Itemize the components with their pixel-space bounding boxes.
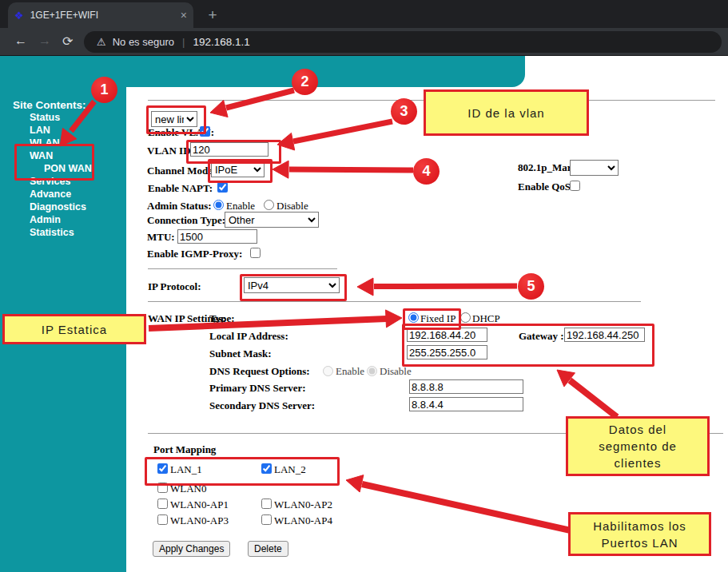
port-wlan0-ap1-checkbox[interactable] [157,499,168,509]
callout-1: 1 [91,77,117,103]
enable-qos-checkbox[interactable] [570,181,580,191]
note-client-segment: Datos del segmento de clientes [566,416,710,476]
port-lan1-checkbox[interactable] [157,463,168,474]
dns-enable-radio[interactable] [323,366,333,376]
sidebar-item-status[interactable]: Status [30,112,60,123]
gateway-input[interactable] [564,328,645,342]
admin-disable-radio[interactable] [264,200,274,210]
sidebar-item-wan[interactable]: WAN [30,150,53,161]
enable-igmp-label: Enable IGMP-Proxy: [147,248,242,260]
favicon-icon: ❖ [14,10,24,21]
url-separator: | [182,36,185,48]
admin-enable-radio[interactable] [213,200,224,210]
enable-qos-label: Enable QoS: [518,181,574,193]
reload-icon[interactable]: ⟳ [62,34,73,49]
new-tab-button[interactable]: + [201,4,224,26]
8021p-mark-label: 802.1p_Mark [518,161,578,174]
arrow-2-head [210,100,228,117]
primary-dns-input[interactable] [409,379,523,394]
arrow-segment-head [557,370,575,387]
dhcp-label: DHCP [472,312,500,325]
sidebar-title: Site Contents: [13,99,86,111]
dns-request-label: DNS Request Options: [209,365,310,378]
sidebar-item-diagnostics[interactable]: Diagnostics [30,201,86,213]
ip-protocol-label: IP Protocol: [148,280,201,293]
arrow-5-head [357,278,373,296]
channel-mode-select[interactable]: IPoE [211,161,265,177]
browser-tab-bar: ❖ 1GE+1FE+WIFI × + [0,0,728,28]
note-lan-ports: Habilitamos los Puertos LAN [568,512,711,556]
callout-2: 2 [292,69,318,95]
connection-type-label: Connection Type: [147,214,225,227]
sidebar-item-statistics[interactable]: Statistics [30,227,74,238]
arrow-ports-head [346,475,364,492]
gateway-label: Gateway : [519,330,564,343]
fixed-ip-radio[interactable] [408,312,419,323]
delete-button[interactable]: Delete [248,541,288,557]
sidebar-item-wlan[interactable]: WLAN [30,137,60,149]
dns-disable-radio[interactable] [367,366,377,376]
wan-type-label: Type: [209,312,235,325]
dns-disable-label: Disable [380,365,412,378]
local-ip-input[interactable] [407,328,487,342]
vlan-id-input[interactable] [190,142,269,157]
dhcp-radio[interactable] [460,312,471,323]
back-icon[interactable]: ← [14,34,27,48]
subnet-mask-label: Subnet Mask: [209,348,272,360]
secondary-dns-label: Secondary DNS Server: [209,399,315,412]
arrow-5-shaft [374,286,517,287]
browser-tab[interactable]: ❖ 1GE+1FE+WIFI × [8,2,193,28]
local-ip-label: Local IP Address: [209,330,288,343]
sidebar-item-advance[interactable]: Advance [30,189,71,200]
port-wlan0-ap3-checkbox[interactable] [157,514,168,525]
tab-close-icon[interactable]: × [181,9,187,22]
primary-dns-label: Primary DNS Server: [209,382,306,395]
enable-vlan-checkbox[interactable] [200,126,210,137]
port-wlan0-ap1-label: WLAN0-AP1 [170,499,229,511]
divider [148,301,641,302]
channel-mode-label: Channel Mode [147,165,213,177]
screen: ❖ 1GE+1FE+WIFI × + ← → ⟳ ⚠ No es seguro … [0,0,728,572]
not-secure-label: No es seguro [113,36,174,48]
8021p-mark-select[interactable] [570,160,619,176]
forward-icon[interactable]: → [38,34,51,48]
vlan-id-label: VLAN ID: [147,145,194,157]
port-wlan0-ap4-label: WLAN0-AP4 [274,514,332,527]
not-secure-warning-icon[interactable]: ⚠ [97,36,106,48]
port-lan1-label: LAN_1 [170,463,202,476]
admin-status-label: Admin Status: [147,200,212,213]
ip-protocol-select[interactable]: IPv4 [244,277,340,293]
enable-napt-label: Enable NAPT: [148,182,213,195]
apply-changes-button[interactable]: Apply Changes [153,541,230,557]
sidebar-item-pon-wan[interactable]: PON WAN [44,163,92,174]
port-wlan0-ap3-label: WLAN0-AP3 [170,514,229,527]
secondary-dns-input[interactable] [409,397,523,411]
port-wlan0-label: WLAN0 [170,483,207,495]
note-vlan-id: ID de la vlan [424,89,589,136]
subnet-mask-input[interactable] [407,345,487,359]
port-lan2-checkbox[interactable] [261,463,272,474]
fixed-ip-label: Fixed IP [420,312,455,325]
sidebar-item-lan[interactable]: LAN [30,125,50,136]
address-bar[interactable]: ⚠ No es seguro | 192.168.1.1 [84,31,722,53]
port-wlan0-checkbox[interactable] [157,483,168,493]
arrow-static-ip-head [386,310,403,328]
callout-4: 4 [413,158,440,185]
arrow-4-head [273,161,288,178]
port-wlan0-ap2-checkbox[interactable] [261,499,272,509]
callout-5: 5 [518,273,544,300]
connection-type-select[interactable]: Other [225,212,319,228]
tab-title: 1GE+1FE+WIFI [30,10,181,21]
note-static-ip: IP Estatica [2,314,146,344]
enable-igmp-checkbox[interactable] [250,248,261,258]
link-select[interactable]: new link [151,111,197,127]
mtu-input[interactable] [177,229,257,244]
sidebar-item-admin[interactable]: Admin [30,214,61,225]
port-wlan0-ap4-checkbox[interactable] [261,514,272,525]
arrow-3-head [277,133,295,150]
arrow-4-shaft [289,169,413,170]
url-text: 192.168.1.1 [193,36,249,48]
sidebar-item-services[interactable]: Services [30,176,70,187]
arrow-3-shaft [293,121,392,141]
enable-napt-checkbox[interactable] [217,182,228,193]
